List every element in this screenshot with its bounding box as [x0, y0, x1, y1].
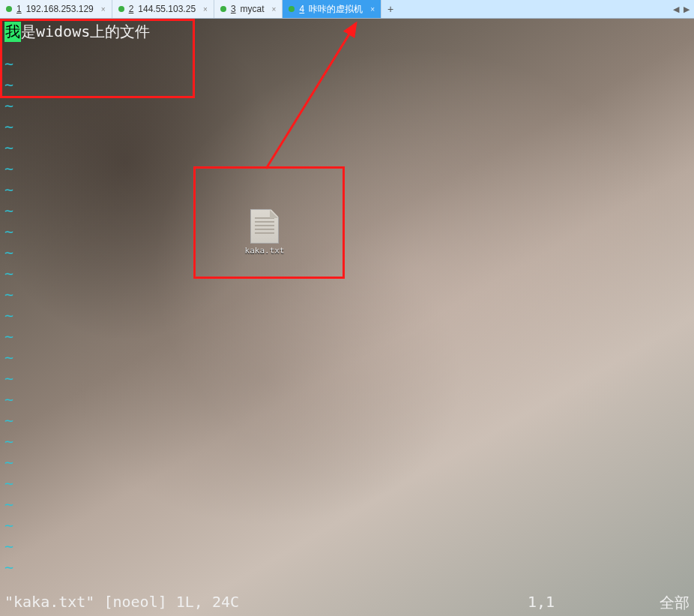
- status-dot-icon: [289, 6, 295, 12]
- terminal-viewport[interactable]: 我是widows上的文件 ~ ~ ~ ~ ~ ~ ~ ~ ~ ~ ~ ~ ~ ~…: [0, 19, 694, 616]
- status-view-percent: 全部: [660, 593, 690, 613]
- empty-line-marker: ~: [4, 223, 13, 241]
- tab-label: mycat: [241, 4, 265, 14]
- empty-line-marker: ~: [4, 453, 13, 471]
- empty-line-marker: ~: [4, 181, 13, 199]
- empty-line-marker: ~: [4, 558, 13, 576]
- tab-number: 4: [299, 4, 304, 14]
- empty-line-marker: ~: [4, 265, 13, 283]
- empty-line-marker: ~: [4, 327, 13, 345]
- tab-scroll-left-icon[interactable]: ◀: [673, 4, 679, 14]
- empty-line-marker: ~: [4, 307, 13, 324]
- empty-line-marker: ~: [4, 97, 13, 115]
- empty-line-marker: ~: [4, 76, 13, 94]
- empty-line-marker: ~: [4, 55, 13, 73]
- tab-number: 1: [16, 4, 22, 14]
- cursor-block: 我: [4, 22, 21, 42]
- empty-line-marker: ~: [4, 160, 13, 178]
- empty-line-marker: ~: [4, 286, 13, 304]
- close-icon[interactable]: ×: [370, 5, 375, 13]
- status-dot-icon: [6, 6, 12, 12]
- empty-line-marker: ~: [4, 244, 13, 262]
- empty-line-marker: ~: [4, 432, 13, 450]
- tab-label: 144.55.103.25: [138, 4, 196, 14]
- empty-line-marker: ~: [4, 516, 13, 534]
- tab-label: 192.168.253.129: [26, 4, 94, 14]
- vim-status-bar: "kaka.txt" [noeol] 1L, 24C 1,1 全部: [4, 593, 690, 613]
- empty-line-marker: ~: [4, 202, 13, 220]
- status-cursor-pos: 1,1: [528, 593, 555, 613]
- tab-session-2[interactable]: 2 144.55.103.25 ×: [112, 0, 214, 18]
- empty-line-marker: ~: [4, 139, 13, 157]
- new-tab-button[interactable]: +: [381, 3, 399, 15]
- tab-session-3[interactable]: 3 mycat ×: [214, 0, 283, 18]
- app-window: 1 192.168.253.129 × 2 144.55.103.25 × 3 …: [0, 0, 694, 616]
- tab-bar: 1 192.168.253.129 × 2 144.55.103.25 × 3 …: [0, 0, 694, 19]
- tab-session-1[interactable]: 1 192.168.253.129 ×: [0, 0, 112, 18]
- desktop-file-icon[interactable]: kaka.txt: [247, 209, 282, 256]
- empty-line-marker: ~: [4, 348, 13, 366]
- tab-number: 2: [129, 4, 134, 14]
- status-dot-icon: [220, 6, 226, 12]
- empty-line-marker: ~: [4, 537, 13, 555]
- status-dot-icon: [118, 6, 124, 12]
- editor-line-1: 我是widows上的文件: [4, 22, 150, 42]
- tab-scroll-right-icon[interactable]: ▶: [684, 4, 690, 14]
- close-icon[interactable]: ×: [203, 5, 208, 13]
- tab-label: 咔咔的虚拟机: [309, 3, 363, 16]
- tab-session-4[interactable]: 4 咔咔的虚拟机 ×: [283, 0, 381, 18]
- editor-text: 是widows上的文件: [21, 22, 150, 42]
- tab-nav: ◀ ▶: [673, 4, 694, 14]
- empty-line-marker: ~: [4, 118, 13, 136]
- empty-line-marker: ~: [4, 369, 13, 387]
- close-icon[interactable]: ×: [272, 5, 277, 13]
- tab-number: 3: [231, 4, 236, 14]
- desktop-file-label: kaka.txt: [245, 246, 285, 256]
- empty-line-marker: ~: [4, 390, 13, 408]
- text-file-icon: [250, 209, 279, 244]
- empty-line-marker: ~: [4, 411, 13, 429]
- status-file-info: "kaka.txt" [noeol] 1L, 24C: [4, 593, 239, 613]
- empty-line-marker: ~: [4, 474, 13, 492]
- close-icon[interactable]: ×: [101, 5, 106, 13]
- empty-line-marker: ~: [4, 495, 13, 513]
